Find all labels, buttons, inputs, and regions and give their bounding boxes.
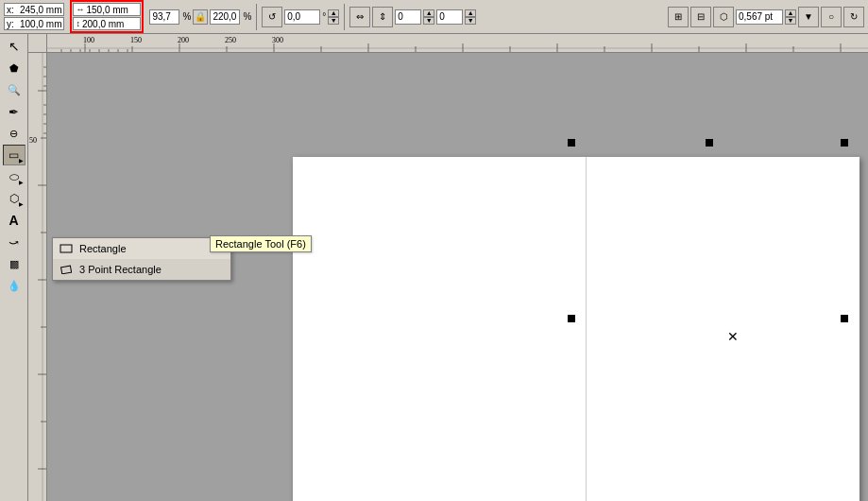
page-divider bbox=[586, 157, 587, 501]
more-icon: ▼ bbox=[804, 11, 813, 22]
dropdown-item-3point[interactable]: 3 Point Rectangle bbox=[53, 259, 230, 280]
mirror-h-button[interactable]: ⇔ bbox=[349, 7, 370, 27]
stroke-up[interactable]: ▲ bbox=[785, 9, 796, 17]
stroke-down[interactable]: ▼ bbox=[785, 17, 796, 25]
polygon-tool[interactable]: ⬡ ▶ bbox=[3, 188, 26, 209]
y-coord-box[interactable]: y: 100,0 mm bbox=[4, 17, 64, 30]
spin2-box[interactable]: 0 bbox=[436, 9, 463, 25]
spin1: ▲ ▼ bbox=[423, 9, 434, 25]
width-box[interactable]: ↔ 150,0 mm bbox=[73, 3, 141, 16]
connector-tool[interactable]: ⤻ bbox=[3, 232, 26, 252]
pen-icon: ✒ bbox=[9, 105, 19, 119]
dropper-tool[interactable]: 💧 bbox=[3, 275, 26, 296]
rectangle-tool[interactable]: ▭ ▶ bbox=[3, 145, 26, 165]
shape-icon: ⬟ bbox=[9, 62, 19, 75]
y-value: 100,0 mm bbox=[20, 19, 61, 29]
rotate-ccw-button[interactable]: ↺ bbox=[262, 7, 282, 27]
polygon-icon: ⬡ bbox=[9, 192, 19, 205]
rectangle-icon: ▭ bbox=[9, 148, 19, 162]
stroke-spin: ▲ ▼ bbox=[785, 9, 796, 25]
eyedropper-tool[interactable]: ⊖ bbox=[3, 123, 26, 144]
stroke-icon-button[interactable]: ⬡ bbox=[713, 7, 734, 27]
tool-arrow3: ▶ bbox=[19, 200, 24, 207]
more-button[interactable]: ▼ bbox=[798, 7, 819, 27]
ruler-h-svg: 100 150 200 250 300 bbox=[47, 34, 868, 52]
rectangle-menu-icon bbox=[59, 241, 74, 256]
dropdown-item-rectangle[interactable]: Rectangle F6 bbox=[53, 238, 230, 259]
select-tool[interactable]: ↖ bbox=[3, 36, 26, 57]
angle-up-button[interactable]: ▲ bbox=[328, 9, 339, 17]
mirror-v-icon: ⇕ bbox=[379, 11, 386, 22]
height-box[interactable]: ↕ 200,0 mm bbox=[73, 17, 141, 30]
x-label: x: bbox=[7, 5, 18, 15]
pct-x-symbol: % bbox=[182, 11, 191, 22]
angle-box[interactable]: 0,0 bbox=[284, 9, 320, 25]
pen-tool[interactable]: ✒ bbox=[3, 101, 26, 122]
zoom-tool[interactable]: 🔍 bbox=[3, 79, 26, 100]
tooltip-text: Rectangle Tool (F6) bbox=[215, 238, 306, 250]
ellipse-tool[interactable]: ⬭ ▶ bbox=[3, 166, 26, 187]
grid-icon: ⊞ bbox=[674, 11, 682, 22]
refresh-button[interactable]: ↻ bbox=[843, 7, 864, 27]
svg-text:100: 100 bbox=[28, 95, 30, 107]
text-tool[interactable]: A bbox=[3, 210, 26, 231]
svg-text:150: 150 bbox=[130, 36, 142, 44]
mirror-h-icon: ⇔ bbox=[356, 11, 364, 22]
lock-button[interactable]: 🔒 bbox=[193, 9, 208, 25]
x-coord-group: x: 245,0 mm y: 100,0 mm bbox=[4, 3, 64, 30]
pct-y-value: 220,0 bbox=[213, 11, 236, 22]
grid-button[interactable]: ⊞ bbox=[668, 7, 689, 27]
handle-mid-right[interactable] bbox=[841, 315, 848, 322]
svg-text:200: 200 bbox=[178, 36, 189, 44]
align-icon: ⊟ bbox=[697, 11, 705, 22]
canvas-area[interactable]: 100 150 200 250 300 bbox=[28, 34, 868, 501]
angle-symbol: ° bbox=[322, 11, 326, 22]
width-value: 150,0 mm bbox=[86, 5, 128, 15]
mirror-v-button[interactable]: ⇕ bbox=[372, 7, 393, 27]
height-icon: ↕ bbox=[76, 19, 80, 28]
pct-y-symbol: % bbox=[243, 11, 251, 22]
spin1-down[interactable]: ▼ bbox=[423, 17, 434, 25]
handle-top-mid[interactable] bbox=[568, 139, 575, 147]
top-toolbar: x: 245,0 mm y: 100,0 mm ↔ 150,0 mm ↕ 200… bbox=[0, 0, 868, 34]
x-coord-box[interactable]: x: 245,0 mm bbox=[4, 3, 64, 16]
cross-marker: ✕ bbox=[727, 329, 739, 344]
stroke-icon: ⬡ bbox=[720, 11, 728, 22]
spin1-box[interactable]: 0 bbox=[395, 9, 421, 25]
svg-text:100: 100 bbox=[83, 36, 94, 44]
fill-icon: ▩ bbox=[9, 258, 19, 270]
ruler-v-svg: 100 50 bbox=[28, 53, 46, 501]
svg-rect-50 bbox=[60, 245, 72, 252]
connector-icon: ⤻ bbox=[9, 235, 19, 250]
left-toolbar: ↖ ⬟ 🔍 ✒ ⊖ ▭ ▶ ⬭ ▶ ⬡ ▶ A ⤻ bbox=[0, 34, 28, 501]
align-button[interactable]: ⊟ bbox=[690, 7, 711, 27]
canvas-page bbox=[293, 157, 859, 501]
angle-value: 0,0 bbox=[287, 11, 300, 22]
width-icon: ↔ bbox=[76, 5, 84, 14]
tool-arrow: ▶ bbox=[19, 157, 24, 164]
svg-rect-51 bbox=[61, 266, 72, 274]
stroke-box[interactable]: 0,567 pt bbox=[736, 9, 783, 25]
angle-down-button[interactable]: ▼ bbox=[328, 17, 339, 25]
shape-tool[interactable]: ⬟ bbox=[3, 58, 26, 78]
pct-y-box[interactable]: 220,0 bbox=[210, 9, 240, 25]
spin2-up[interactable]: ▲ bbox=[465, 9, 476, 17]
ruler-corner bbox=[28, 34, 47, 53]
dropdown-menu: Rectangle F6 3 Point Rectangle bbox=[52, 237, 231, 281]
handle-top-right-mid[interactable] bbox=[706, 139, 713, 147]
fill-tool[interactable]: ▩ bbox=[3, 253, 26, 274]
handle-top-right[interactable] bbox=[841, 139, 848, 147]
circle-button[interactable]: ○ bbox=[821, 7, 842, 27]
handle-mid-left[interactable] bbox=[568, 315, 575, 322]
angle-spin: ▲ ▼ bbox=[328, 9, 339, 25]
angle-group: 0,0 ° ▲ ▼ bbox=[284, 9, 339, 25]
rotate-ccw-icon: ↺ bbox=[268, 11, 276, 22]
stroke-value: 0,567 pt bbox=[739, 11, 773, 22]
tooltip: Rectangle Tool (F6) bbox=[210, 235, 312, 252]
dropper-icon: 💧 bbox=[8, 280, 21, 292]
rectangle-menu-label: Rectangle bbox=[79, 243, 207, 254]
spin2-down[interactable]: ▼ bbox=[465, 17, 476, 25]
select-icon: ↖ bbox=[9, 39, 20, 54]
spin1-up[interactable]: ▲ bbox=[423, 9, 434, 17]
pct-x-box[interactable]: 93,7 bbox=[149, 9, 179, 25]
